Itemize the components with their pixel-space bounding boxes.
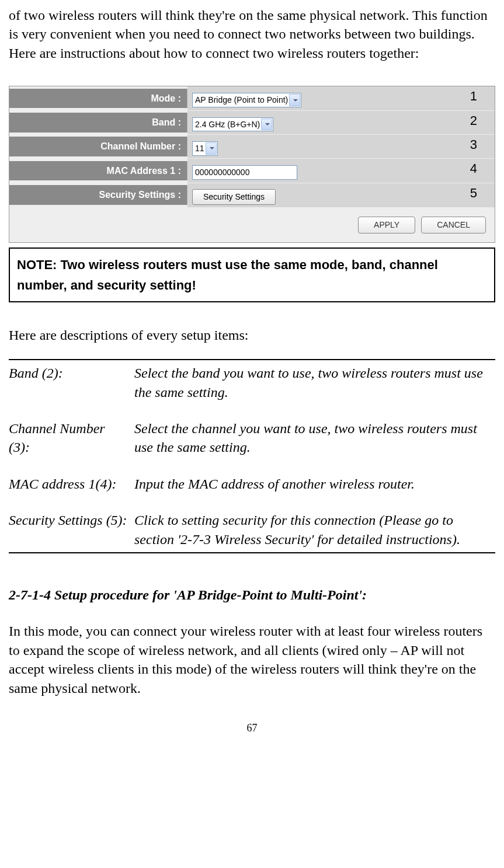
chevron-down-icon: [293, 99, 298, 102]
config-row: Channel Number :113: [9, 135, 495, 158]
callout-number: 3: [470, 136, 477, 154]
description-term: Security Settings (5):: [9, 511, 134, 549]
callout-number: 1: [470, 88, 477, 105]
description-definition: Select the channel you want to use, two …: [134, 419, 495, 457]
select-band[interactable]: 2.4 GHz (B+G+N): [192, 117, 273, 132]
description-definition: Select the band you want to use, two wir…: [134, 364, 495, 402]
config-value-cell: AP Bridge (Point to Point): [187, 86, 495, 110]
chevron-down-icon: [210, 147, 214, 149]
config-value-cell: 000000000000: [187, 159, 495, 182]
config-row: MAC Address 1 :0000000000004: [9, 159, 495, 182]
config-label: Security Settings :: [9, 185, 187, 205]
select-channelnumber[interactable]: 11: [192, 141, 218, 156]
chevron-down-icon: [265, 123, 270, 126]
description-definition: Click to setting security for this conne…: [134, 511, 495, 549]
intro-paragraph: of two wireless routers will think they'…: [9, 6, 495, 62]
note-box: NOTE: Two wireless routers must use the …: [9, 247, 495, 302]
description-row: Security Settings (5):Click to setting s…: [9, 511, 495, 549]
action-row: APPLY CANCEL: [9, 208, 495, 233]
config-row: Security Settings :Security Settings5: [9, 183, 495, 207]
description-term: Channel Number (3):: [9, 419, 134, 457]
descriptions-intro: Here are descriptions of every setup ite…: [9, 326, 495, 344]
config-value-cell: 11: [187, 135, 495, 158]
config-panel: Mode :AP Bridge (Point to Point)1Band :2…: [9, 86, 495, 242]
callout-number: 5: [470, 184, 477, 202]
config-row: Band :2.4 GHz (B+G+N)2: [9, 111, 495, 134]
mac-address-input[interactable]: 000000000000: [192, 165, 297, 180]
page-number: 67: [9, 721, 495, 735]
config-value-cell: Security Settings: [187, 183, 495, 207]
security-settings-button[interactable]: Security Settings: [192, 189, 276, 205]
apply-button[interactable]: APPLY: [358, 217, 415, 233]
descriptions-table: Band (2):Select the band you want to use…: [9, 359, 495, 553]
config-label: Band :: [9, 113, 187, 133]
description-row: Channel Number (3):Select the channel yo…: [9, 419, 495, 457]
callout-number: 2: [470, 112, 477, 130]
description-definition: Input the MAC address of another wireles…: [134, 475, 495, 493]
section-body: In this mode, you can connect your wirel…: [9, 622, 495, 698]
description-term: Band (2):: [9, 364, 134, 402]
select-mode[interactable]: AP Bridge (Point to Point): [192, 93, 301, 107]
section-heading: 2-7-1-4 Setup procedure for 'AP Bridge-P…: [9, 585, 495, 604]
description-row: MAC address 1(4):Input the MAC address o…: [9, 475, 495, 493]
cancel-button[interactable]: CANCEL: [421, 217, 486, 233]
description-row: Band (2):Select the band you want to use…: [9, 364, 495, 402]
description-term: MAC address 1(4):: [9, 475, 134, 493]
config-label: MAC Address 1 :: [9, 161, 187, 181]
config-label: Channel Number :: [9, 137, 187, 156]
config-row: Mode :AP Bridge (Point to Point)1: [9, 86, 495, 110]
config-label: Mode :: [9, 89, 187, 109]
callout-number: 4: [470, 160, 477, 177]
config-value-cell: 2.4 GHz (B+G+N): [187, 111, 495, 134]
